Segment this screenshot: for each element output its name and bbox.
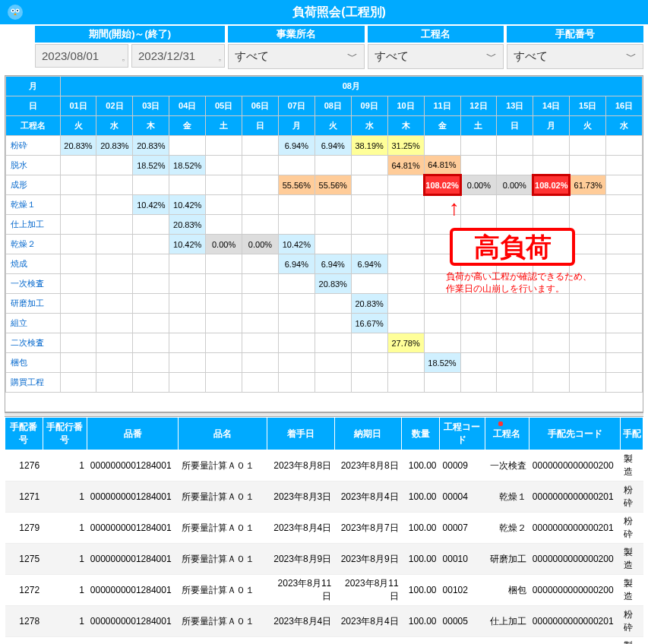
load-cell[interactable] <box>96 156 133 175</box>
load-cell[interactable] <box>169 175 206 195</box>
col-date[interactable]: 11日 <box>424 96 460 116</box>
detail-col-header[interactable]: 手配先コード <box>529 418 621 450</box>
load-cell[interactable] <box>387 294 424 314</box>
load-cell[interactable] <box>60 353 96 373</box>
load-cell[interactable] <box>351 333 387 353</box>
load-cell[interactable] <box>606 175 643 195</box>
load-cell[interactable]: 10.42% <box>169 235 206 254</box>
load-cell[interactable] <box>606 314 643 333</box>
load-cell[interactable] <box>497 294 533 314</box>
load-cell[interactable] <box>60 294 96 314</box>
load-cell[interactable] <box>96 235 133 254</box>
load-cell[interactable]: 64.81% <box>424 156 460 175</box>
detail-row[interactable]: 127710000000001284001所要量計算Ａ０１2023年8月7日20… <box>5 637 643 645</box>
load-cell[interactable] <box>424 136 460 156</box>
load-cell[interactable] <box>133 215 169 235</box>
load-cell[interactable] <box>533 156 570 175</box>
load-cell[interactable] <box>278 215 315 235</box>
col-date[interactable]: 13日 <box>497 96 533 116</box>
load-cell[interactable] <box>96 294 133 314</box>
load-cell[interactable] <box>96 333 133 353</box>
load-cell[interactable]: 10.42% <box>133 195 169 215</box>
col-date[interactable]: 01日 <box>60 96 96 116</box>
detail-col-header[interactable]: 数量 <box>402 418 440 450</box>
load-cell[interactable] <box>351 175 387 195</box>
load-cell[interactable] <box>206 274 242 294</box>
load-cell[interactable] <box>133 254 169 274</box>
load-cell[interactable] <box>570 333 606 353</box>
load-cell[interactable]: 6.94% <box>315 136 351 156</box>
load-cell[interactable] <box>315 353 351 373</box>
process-name[interactable]: 仕上加工 <box>6 215 61 235</box>
load-cell[interactable] <box>242 333 279 353</box>
load-cell[interactable] <box>242 195 279 215</box>
load-cell[interactable] <box>497 195 533 215</box>
load-cell[interactable]: 20.83% <box>96 136 133 156</box>
load-cell[interactable] <box>242 274 279 294</box>
load-cell[interactable] <box>60 156 96 175</box>
load-cell[interactable] <box>387 215 424 235</box>
load-cell[interactable] <box>242 254 279 274</box>
load-cell[interactable] <box>570 353 606 373</box>
col-date[interactable]: 08日 <box>315 96 351 116</box>
load-cell[interactable] <box>133 274 169 294</box>
load-cell[interactable] <box>424 333 460 353</box>
load-cell[interactable]: 20.83% <box>315 274 351 294</box>
detail-row[interactable]: 127810000000001284001所要量計算Ａ０１2023年8月4日20… <box>5 606 643 637</box>
load-cell[interactable] <box>387 235 424 254</box>
load-cell[interactable] <box>387 175 424 195</box>
load-cell[interactable] <box>60 235 96 254</box>
load-cell[interactable] <box>460 333 497 353</box>
load-cell[interactable] <box>424 294 460 314</box>
load-cell[interactable] <box>242 373 279 393</box>
load-cell[interactable] <box>570 373 606 393</box>
detail-row[interactable]: 127110000000001284001所要量計算Ａ０１2023年8月3日20… <box>5 481 643 513</box>
load-cell[interactable] <box>96 254 133 274</box>
load-cell[interactable]: 0.00% <box>497 175 533 195</box>
detail-row[interactable]: 127910000000001284001所要量計算Ａ０１2023年8月4日20… <box>5 513 643 544</box>
load-cell[interactable]: 31.25% <box>387 136 424 156</box>
load-cell[interactable] <box>460 314 497 333</box>
load-cell[interactable] <box>497 353 533 373</box>
col-date[interactable]: 15日 <box>570 96 606 116</box>
load-cell[interactable] <box>133 353 169 373</box>
load-cell[interactable] <box>533 353 570 373</box>
load-cell[interactable] <box>387 254 424 274</box>
load-cell[interactable]: 108.02% <box>533 175 570 195</box>
load-cell[interactable] <box>533 136 570 156</box>
order-select[interactable]: すべて﹀ <box>507 44 643 69</box>
load-cell[interactable] <box>278 156 315 175</box>
load-cell[interactable] <box>278 353 315 373</box>
load-cell[interactable]: 20.83% <box>60 136 96 156</box>
load-cell[interactable] <box>206 373 242 393</box>
process-name[interactable]: 脱水 <box>6 156 61 175</box>
load-cell[interactable] <box>315 235 351 254</box>
detail-col-header[interactable]: 納期日 <box>334 418 401 450</box>
load-cell[interactable] <box>133 314 169 333</box>
load-cell[interactable] <box>570 195 606 215</box>
load-cell[interactable] <box>533 294 570 314</box>
load-cell[interactable] <box>278 373 315 393</box>
detail-col-header[interactable]: 工程名 <box>485 418 529 450</box>
load-cell[interactable] <box>242 314 279 333</box>
load-cell[interactable] <box>169 294 206 314</box>
load-cell[interactable]: 6.94% <box>315 254 351 274</box>
load-cell[interactable] <box>206 215 242 235</box>
load-cell[interactable] <box>606 353 643 373</box>
load-cell[interactable]: 18.52% <box>424 353 460 373</box>
load-cell[interactable] <box>60 195 96 215</box>
load-cell[interactable] <box>278 314 315 333</box>
detail-row[interactable]: 127610000000001284001所要量計算Ａ０１2023年8月8日20… <box>5 450 643 481</box>
load-cell[interactable] <box>206 175 242 195</box>
load-cell[interactable] <box>60 215 96 235</box>
load-cell[interactable] <box>315 294 351 314</box>
load-cell[interactable] <box>96 274 133 294</box>
load-cell[interactable]: 20.83% <box>351 294 387 314</box>
load-cell[interactable] <box>60 314 96 333</box>
load-cell[interactable] <box>96 373 133 393</box>
load-cell[interactable] <box>606 254 643 274</box>
load-cell[interactable] <box>206 294 242 314</box>
load-cell[interactable] <box>169 314 206 333</box>
load-cell[interactable] <box>96 353 133 373</box>
load-cell[interactable] <box>351 373 387 393</box>
